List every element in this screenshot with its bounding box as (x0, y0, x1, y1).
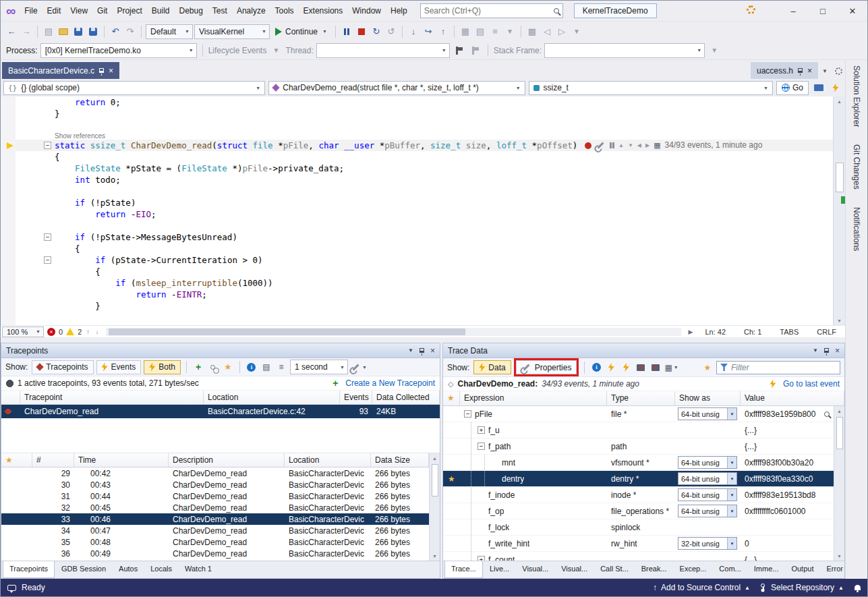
editor-horizontal-scrollbar[interactable] (106, 328, 681, 336)
left-tab-1[interactable]: GDB Session (55, 561, 112, 578)
scrollbar-thumb[interactable] (109, 329, 465, 335)
layout-grid-icon[interactable]: ▦▼ (664, 361, 678, 374)
pin-icon[interactable] (419, 348, 424, 353)
window-position-chevron-icon[interactable]: ▼ (408, 347, 413, 353)
new-file-icon[interactable]: ▤ (42, 24, 55, 39)
pin-icon[interactable] (824, 348, 829, 353)
trace-row[interactable]: −pFilefile *64-bit unsig▼0xffff983e1959b… (443, 406, 834, 422)
interval-combo[interactable]: 1 second▼ (290, 360, 348, 374)
trace-row[interactable]: −f_pathpath{...} (443, 438, 834, 455)
editor-margin[interactable] (1, 131, 42, 140)
menu-window[interactable]: Window (347, 3, 386, 18)
editor-margin[interactable] (1, 220, 42, 231)
right-tab-8[interactable]: Imme... (748, 561, 785, 578)
event-row[interactable]: 3600:49CharDevDemo_readBasicCharacterDev… (1, 548, 429, 559)
trace-row[interactable]: f_write_hintrw_hint32-bit unsig▼0 (443, 536, 834, 552)
side-tab-git-changes[interactable]: Git Changes (852, 144, 861, 190)
events-scrollbar[interactable]: ▲ ▼ (429, 453, 440, 561)
column-header[interactable]: Time (74, 453, 169, 467)
event-table-icon[interactable]: ▦ (654, 142, 660, 149)
settings-wrench-icon[interactable]: ▼ (351, 360, 367, 374)
fold-margin[interactable] (42, 323, 55, 325)
filter-box[interactable] (716, 361, 840, 374)
star-filter-icon[interactable]: ★ (701, 361, 714, 374)
event-row[interactable]: 3500:48CharDevDemo_readBasicCharacterDev… (1, 536, 429, 548)
editor-margin[interactable] (1, 140, 42, 151)
menu-debug[interactable]: Debug (174, 3, 207, 18)
close-icon[interactable]: × (807, 67, 812, 75)
show-tracepoints-button[interactable]: Tracepoints (32, 360, 93, 374)
go-to-last-event-link[interactable]: Go to last event (783, 379, 840, 389)
code-editor[interactable]: return 0;}Show references−static ssize_t… (1, 96, 833, 325)
editor-margin[interactable] (1, 243, 42, 254)
show-as-combo[interactable]: 64-bit unsig▼ (678, 505, 737, 517)
scroll-down-icon[interactable]: ▼ (432, 551, 437, 561)
pin-icon[interactable] (99, 68, 104, 73)
editor-margin[interactable] (1, 312, 42, 323)
fold-margin[interactable] (42, 174, 55, 186)
editor-margin[interactable] (1, 208, 42, 220)
stop-debugging-icon[interactable] (355, 24, 368, 39)
fold-collapse-icon[interactable]: − (44, 142, 51, 149)
side-tab-solution-explorer[interactable]: Solution Explorer (852, 65, 861, 127)
search-box[interactable] (420, 3, 563, 18)
member-combo[interactable]: CharDevDemo_read(struct file *, char *, … (268, 81, 525, 95)
info-icon[interactable]: i (245, 360, 258, 374)
platform-combo[interactable]: VisualKernel▼ (194, 24, 270, 39)
navigate-forward-icon[interactable]: → (20, 24, 33, 39)
chevron-down-icon[interactable]: ▼ (727, 457, 736, 468)
menu-view[interactable]: View (65, 3, 92, 18)
immediate-window-icon[interactable]: ≡ (488, 24, 502, 39)
left-tab-0[interactable]: Tracepoints (3, 561, 55, 578)
editor-margin[interactable] (1, 266, 42, 277)
horizontal-splitter[interactable] (1, 337, 845, 343)
stack-frame-combo[interactable]: ▼ (544, 43, 705, 58)
column-header[interactable]: Events (340, 391, 372, 404)
column-header[interactable]: Location (204, 391, 340, 404)
column-header[interactable]: Type (607, 391, 675, 405)
save-all-icon[interactable] (86, 24, 100, 39)
show-properties-button[interactable]: Properties (516, 360, 577, 374)
menu-edit[interactable]: Edit (42, 3, 66, 18)
fold-collapse-icon[interactable]: − (44, 233, 51, 241)
fold-margin[interactable]: − (42, 231, 55, 243)
nav-down-icon[interactable]: ▼ (628, 143, 633, 148)
document-list-chevron-icon[interactable]: ▼ (818, 63, 832, 79)
maximize-button[interactable]: □ (808, 1, 838, 21)
chevron-down-icon[interactable]: ▼ (727, 505, 736, 517)
prev-issue-icon[interactable]: ↑ (85, 329, 91, 335)
column-header[interactable]: Location (285, 453, 371, 467)
pause-collection-icon[interactable] (610, 142, 614, 148)
save-icon[interactable] (71, 24, 85, 39)
fold-margin[interactable] (42, 312, 55, 323)
column-header[interactable]: Expression (460, 391, 607, 405)
menu-test[interactable]: Test (208, 3, 232, 18)
configuration-combo[interactable]: Default▼ (146, 24, 193, 39)
process-combo[interactable]: [0x0] KernelTraceDemo.ko▼ (40, 43, 197, 58)
step-into-icon[interactable]: ↓ (407, 24, 420, 39)
submit-feedback-icon[interactable] (812, 80, 826, 95)
next-event-bolt-icon[interactable] (620, 361, 632, 374)
editor-margin[interactable] (1, 119, 42, 131)
column-header[interactable]: Data Size (371, 453, 429, 467)
event-row[interactable]: 3400:47CharDevDemo_readBasicCharacterDev… (1, 525, 429, 536)
editor-margin[interactable] (1, 300, 42, 312)
scrollbar-thumb[interactable] (836, 417, 843, 449)
column-header[interactable]: Value (741, 391, 844, 405)
trace-table[interactable]: −pFilefile *64-bit unsig▼0xffff983e1959b… (443, 406, 834, 561)
fold-margin[interactable] (42, 163, 55, 174)
right-tab-2[interactable]: Visual... (516, 561, 554, 578)
chevron-down-icon[interactable]: ▼ (727, 473, 736, 484)
editor-margin[interactable] (1, 96, 42, 108)
right-tab-10[interactable]: Error L... (820, 561, 845, 578)
feedback-icon[interactable] (7, 585, 16, 591)
tracepoints-table[interactable]: CharDevDemo_readBasicCharacterDevice.c:4… (1, 405, 440, 453)
editor-margin[interactable] (1, 254, 42, 266)
fold-margin[interactable] (42, 108, 55, 119)
event-row[interactable]: 3000:43CharDevDemo_readBasicCharacterDev… (1, 479, 429, 490)
solution-name-badge[interactable]: KernelTraceDemo (574, 3, 657, 18)
next-issue-icon[interactable]: ↓ (94, 329, 100, 335)
column-header-star[interactable]: ★ (443, 391, 460, 405)
magnifier-icon[interactable] (824, 411, 830, 417)
menu-extensions[interactable]: Extensions (299, 3, 348, 18)
